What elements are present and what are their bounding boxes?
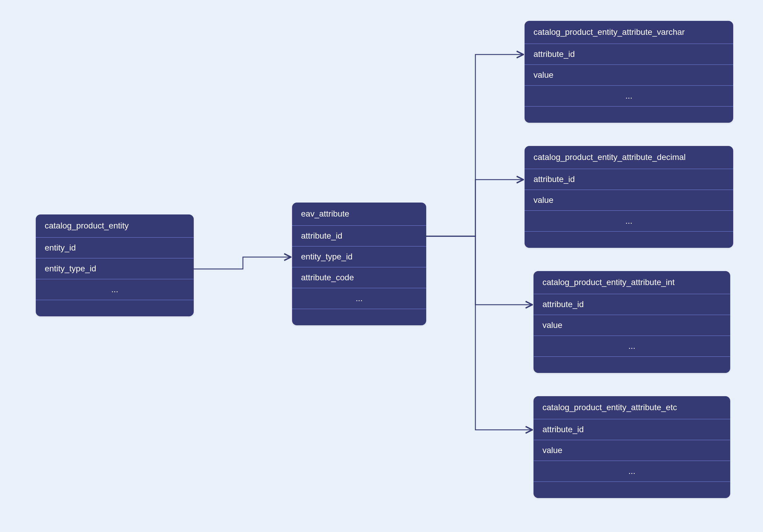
entity-title: eav_attribute — [292, 203, 426, 226]
entity-field-attribute_id: attribute_id — [292, 226, 426, 247]
entity-field-attribute_id: attribute_id — [533, 419, 730, 440]
entity-row-blank — [524, 232, 733, 248]
entity-row-ellipsis: ... — [533, 336, 730, 357]
entity-row-ellipsis: ... — [36, 279, 194, 300]
entity-catalog_product_entity_attribute_int: catalog_product_entity_attribute_intattr… — [533, 271, 730, 373]
connector-eav-to-catalog_product_entity_attribute_decimal — [426, 180, 523, 236]
entity-field-entity_type_id: entity_type_id — [292, 247, 426, 267]
entity-catalog_product_entity_attribute_decimal: catalog_product_entity_attribute_decimal… — [524, 146, 733, 248]
connector-cpe-to-eav — [194, 257, 291, 269]
entity-field-value: value — [524, 190, 733, 211]
entity-title: catalog_product_entity_attribute_etc — [533, 396, 730, 419]
entity-field-attribute_code: attribute_code — [292, 267, 426, 288]
entity-row-ellipsis: ... — [524, 86, 733, 107]
entity-row-blank — [533, 357, 730, 373]
entity-row-blank — [524, 107, 733, 123]
entity-title: catalog_product_entity — [36, 215, 194, 238]
entity-title: catalog_product_entity_attribute_decimal — [524, 146, 733, 169]
entity-row-blank — [533, 482, 730, 498]
connector-eav-to-catalog_product_entity_attribute_int — [426, 236, 532, 305]
entity-field-attribute_id: attribute_id — [524, 169, 733, 190]
entity-field-attribute_id: attribute_id — [524, 44, 733, 65]
entity-catalog_product_entity_attribute_varchar: catalog_product_entity_attribute_varchar… — [524, 21, 733, 123]
entity-field-value: value — [533, 315, 730, 336]
diagram-canvas: catalog_product_entityentity_identity_ty… — [0, 0, 763, 532]
entity-field-value: value — [524, 65, 733, 86]
entity-row-blank — [36, 300, 194, 316]
entity-eav_attribute: eav_attributeattribute_identity_type_ida… — [292, 203, 426, 325]
entity-field-value: value — [533, 440, 730, 461]
entity-row-ellipsis: ... — [533, 461, 730, 482]
entity-title: catalog_product_entity_attribute_varchar — [524, 21, 733, 44]
entity-field-attribute_id: attribute_id — [533, 294, 730, 315]
entity-field-entity_id: entity_id — [36, 238, 194, 259]
entity-catalog_product_entity: catalog_product_entityentity_identity_ty… — [36, 215, 194, 316]
entity-row-ellipsis: ... — [292, 288, 426, 309]
entity-row-blank — [292, 309, 426, 325]
connector-eav-to-catalog_product_entity_attribute_varchar — [426, 54, 523, 236]
entity-row-ellipsis: ... — [524, 211, 733, 232]
entity-title: catalog_product_entity_attribute_int — [533, 271, 730, 294]
entity-catalog_product_entity_attribute_etc: catalog_product_entity_attribute_etcattr… — [533, 396, 730, 498]
entity-field-entity_type_id: entity_type_id — [36, 259, 194, 279]
connector-eav-to-catalog_product_entity_attribute_etc — [426, 236, 532, 430]
